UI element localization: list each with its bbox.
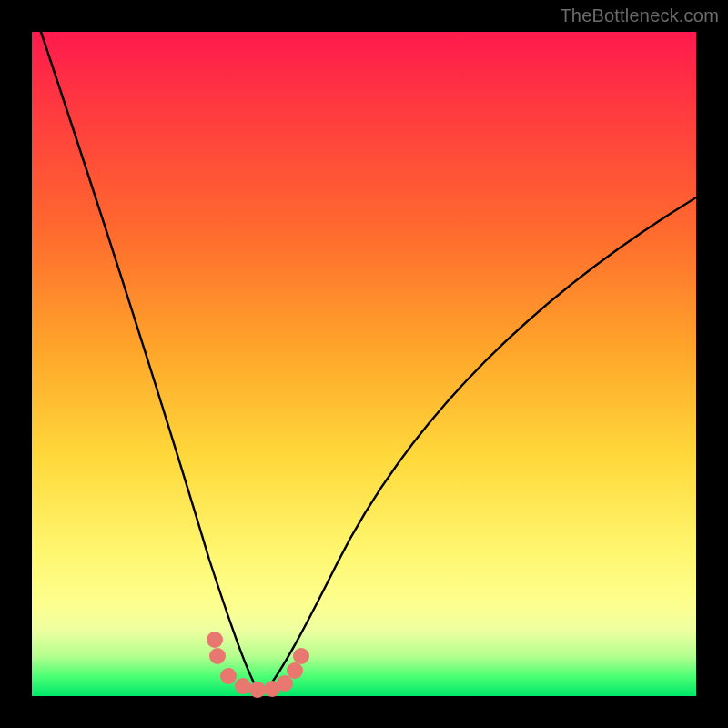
plot-area — [32, 32, 696, 696]
trough-marker-dot — [249, 682, 266, 698]
bottleneck-curve — [41, 32, 258, 690]
trough-marker-dot — [209, 648, 226, 664]
watermark-text: TheBottleneck.com — [560, 5, 719, 26]
trough-marker-dot — [277, 675, 293, 692]
trough-marker-dot — [235, 678, 251, 694]
curve-layer — [32, 32, 696, 696]
chart-frame: TheBottleneck.com — [0, 0, 728, 728]
trough-marker-dot — [293, 648, 309, 664]
bottleneck-curve — [267, 197, 696, 690]
trough-marker-dot — [207, 632, 223, 648]
trough-marker-dot — [287, 662, 303, 679]
trough-marker-dot — [220, 668, 237, 684]
